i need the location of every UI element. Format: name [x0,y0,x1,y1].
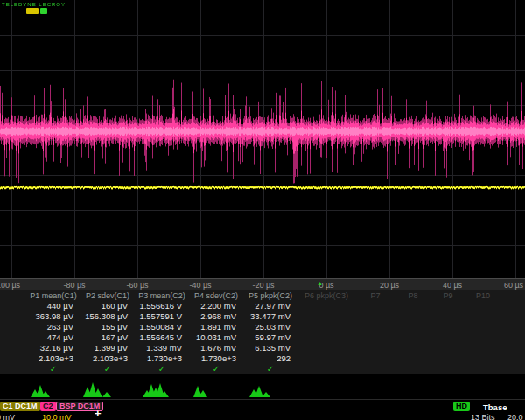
time-tick-label: -40 µs [189,281,211,290]
channel-c1-descriptor[interactable]: C1 DC1M [0,402,40,411]
measurement-value: 156.308 µV [80,312,135,322]
hd-mode-badge[interactable]: HD [453,402,470,411]
param-header-p5[interactable]: P5 pkpk(C2) [243,290,298,301]
timebase-scale[interactable]: 20.0 µs [508,413,525,420]
param-header-p9[interactable]: P9 [430,290,466,301]
status-check-icon: ✓ [243,364,298,374]
time-tick-label: -80 µs [63,281,85,290]
time-tick-label: 60 µs [504,281,523,290]
param-header-p4[interactable]: P4 sdev(C2) [189,290,243,301]
c1-scale-value[interactable]: 10.0 mV [42,413,72,420]
table-row: 2.103e+3 2.103e+3 1.730e+3 1.730e+3 292 [0,354,525,364]
measurement-value: 6.135 mV [243,343,298,354]
table-row: 32.16 µV 1.399 µV 1.339 mV 1.676 mV 6.13… [0,343,525,354]
timebase-bits: 13 Bits [471,413,495,420]
measurement-value: 1.676 mV [189,343,243,354]
param-header-p7[interactable]: P7 [355,290,396,301]
channel-c2-descriptor[interactable]: C2 [40,402,56,411]
measurement-value: 474 µV [26,332,80,343]
crosshair-cursor-icon: + [94,407,102,420]
status-check-icon: ✓ [80,364,135,374]
measurement-value: 1.399 µV [80,343,135,354]
c1-offset-value[interactable]: 0 mV [0,413,15,420]
measurement-value: 440 µV [26,301,80,312]
status-check-row: ✓ ✓ ✓ ✓ ✓ [0,364,525,374]
table-row: 363.98 µV 156.308 µV 1.557591 V 2.968 mV… [0,312,525,322]
measurement-value: 33.477 mV [243,312,298,322]
measurement-value: 1.891 mV [189,322,243,332]
param-header-p10[interactable]: P10 [466,290,500,301]
measurement-value: 32.16 µV [26,343,80,354]
measurement-value: 292 [243,354,298,364]
measurement-value: 1.550084 V [135,322,189,332]
histicon-p1[interactable] [26,376,80,397]
status-indicator-yellow-icon [26,8,38,14]
measurement-value: 1.339 mV [135,343,189,354]
measurement-value: 59.97 mV [243,332,298,343]
measurement-value: 1.556616 V [135,301,189,312]
measurement-value: 1.730e+3 [135,354,189,364]
measurement-value: 27.97 mV [243,301,298,312]
time-tick-label: 40 µs [443,281,462,290]
measurement-header-row: P1 mean(C1) P2 sdev(C1) P3 mean(C2) P4 s… [0,290,525,301]
param-header-p1[interactable]: P1 mean(C1) [26,290,80,301]
status-indicator-green-icon [40,8,47,14]
waveform-display[interactable]: TELEDYNE LECROY [0,0,525,278]
measurement-value: 1.556645 V [135,332,189,343]
measurement-value: 263 µV [26,322,80,332]
time-tick-label: -20 µs [252,281,274,290]
status-check-icon: ✓ [26,364,80,374]
oscilloscope-screen: TELEDYNE LECROY -100 µs -80 µs -60 µs -4… [0,0,525,420]
histicon-p3[interactable] [135,376,189,397]
time-tick-label: -100 µs [0,281,20,290]
measurement-value: 363.98 µV [26,312,80,322]
measurement-value: 25.03 mV [243,322,298,332]
brand-logo: TELEDYNE LECROY [2,2,66,7]
measurement-value: 2.103e+3 [26,354,80,364]
measurement-value: 1.557591 V [135,312,189,322]
histicon-p4[interactable] [189,376,243,397]
measurement-value: 160 µV [80,301,135,312]
histicon-row [0,374,525,399]
status-bar: C1 DC1M C2 BSP DC1M 0 mV 10.0 mV + HD Tb… [0,399,525,420]
measurement-value: 167 µV [80,332,135,343]
param-header-p6[interactable]: P6 pkpk(C3) [298,290,355,301]
param-header-p2[interactable]: P2 sdev(C1) [80,290,135,301]
measurement-value: 2.103e+3 [80,354,135,364]
measurement-value: 2.968 mV [189,312,243,322]
histicon-p5[interactable] [243,376,298,397]
time-tick-label: 20 µs [380,281,399,290]
timebase-label[interactable]: Tbase [483,402,507,412]
table-row: 440 µV 160 µV 1.556616 V 2.200 mV 27.97 … [0,301,525,312]
measurement-value: 155 µV [80,322,135,332]
measurement-value: 2.200 mV [189,301,243,312]
measurement-value: 10.031 mV [189,332,243,343]
time-axis: -100 µs -80 µs -60 µs -40 µs -20 µs 0 µs… [0,278,525,291]
measurement-value: 1.730e+3 [189,354,243,364]
table-row: 474 µV 167 µV 1.556645 V 10.031 mV 59.97… [0,332,525,343]
measurement-table: P1 mean(C1) P2 sdev(C1) P3 mean(C2) P4 s… [0,290,525,374]
status-check-icon: ✓ [135,364,189,374]
table-row: 263 µV 155 µV 1.550084 V 1.891 mV 25.03 … [0,322,525,332]
param-header-p3[interactable]: P3 mean(C2) [135,290,189,301]
time-tick-label: -60 µs [126,281,148,290]
status-check-icon: ✓ [189,364,243,374]
trigger-marker-icon[interactable]: ▲ [317,280,323,286]
waveform-canvas[interactable] [0,0,525,278]
param-header-p8[interactable]: P8 [396,290,430,301]
histicon-p2[interactable] [80,376,135,397]
